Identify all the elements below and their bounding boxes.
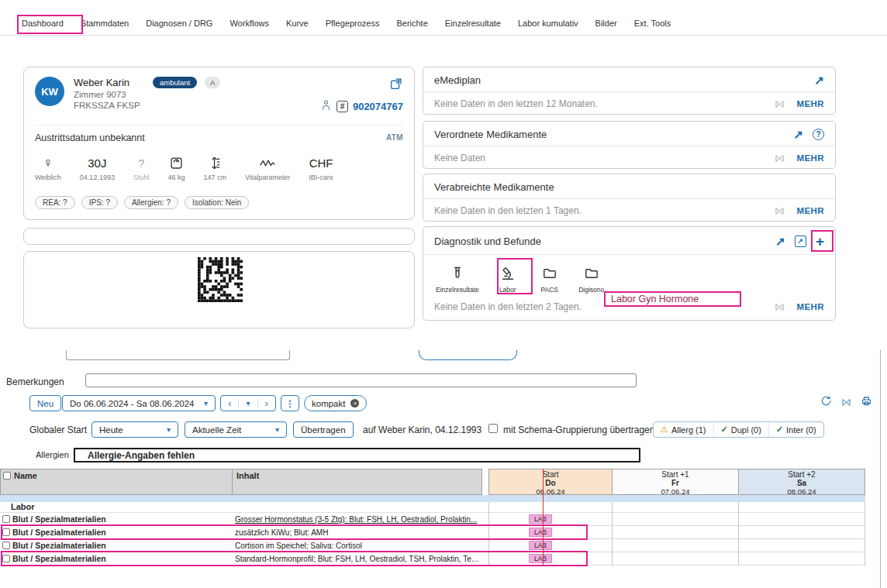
shortcut-pacs[interactable]: PACS — [537, 266, 563, 294]
more-options-kebab-button[interactable]: ⋮ — [281, 395, 299, 411]
schema-gruppierung-checkbox[interactable] — [488, 424, 498, 433]
tab-einzelresultate[interactable]: Einzelresultate — [445, 19, 501, 34]
row-checkbox[interactable] — [2, 542, 10, 549]
person-icon — [320, 99, 332, 114]
tab-workflows[interactable]: Workflows — [230, 19, 269, 34]
jump-select-button[interactable]: ▾ — [246, 399, 250, 407]
patient-class-badge: A — [205, 77, 220, 88]
vitals-wave-icon — [259, 154, 276, 171]
time-select-value: Aktuelle Zeit — [192, 425, 241, 435]
collapse-icon[interactable] — [775, 99, 785, 109]
refresh-icon[interactable] — [820, 395, 832, 409]
order-row-2[interactable]: Blut / Spezialmaterialien zusätzlich KiW… — [0, 526, 865, 539]
order-row-4[interactable]: Blut / Spezialmaterialien Standard-Hormo… — [0, 552, 865, 566]
row-checkbox[interactable] — [2, 528, 10, 536]
next-day-button[interactable]: › — [265, 397, 268, 409]
shortcut-label: Labor — [499, 286, 516, 294]
start-select[interactable]: Heute ▾ — [91, 421, 178, 438]
vitalparameter-tile[interactable]: Vitalparameter — [245, 154, 290, 181]
row-name: Blut / Spezialmaterialien — [12, 554, 106, 563]
patient-avatar: KW — [35, 77, 64, 106]
shortcut-labor[interactable]: Labor — [495, 266, 521, 294]
shortcut-digisono[interactable]: Digisono — [578, 266, 605, 294]
atm-button[interactable]: ATM — [386, 133, 403, 142]
kompakt-label: kompakt — [312, 399, 345, 408]
collapse-icon[interactable] — [775, 206, 785, 216]
collapse-icon[interactable] — [775, 153, 785, 163]
column-divider — [865, 502, 865, 566]
row-checkbox[interactable] — [2, 515, 10, 523]
print-icon[interactable] — [861, 395, 872, 409]
row-checkbox[interactable] — [2, 555, 10, 562]
tab-diagnosen-drg[interactable]: Diagnosen / DRG — [146, 19, 212, 34]
open-verordnete-icon[interactable]: ↗ — [793, 129, 803, 140]
tab-dashboard[interactable]: Dashboard — [22, 19, 64, 34]
tab-ext-tools[interactable]: Ext. Tools — [634, 19, 671, 34]
kompakt-chip[interactable]: kompakt × — [304, 395, 367, 411]
open-emediplan-icon[interactable]: ↗ — [814, 74, 824, 86]
stuhl-value: ? — [138, 154, 144, 171]
table-header-day-2: Start +2 Sa 08.06.24 — [738, 469, 865, 495]
tab-berichte[interactable]: Berichte — [396, 19, 427, 34]
tab-kurve[interactable]: Kurve — [286, 19, 309, 34]
order-row-1[interactable]: Blut / Spezialmaterialien Grosser Hormon… — [0, 513, 865, 526]
divider — [238, 399, 239, 408]
remove-filter-icon[interactable]: × — [350, 399, 359, 407]
tab-pflegeprozess[interactable]: Pflegeprozess — [326, 19, 380, 34]
open-in-window-icon[interactable]: ↗ — [795, 236, 806, 247]
allergy-badge[interactable]: ⚠ Allerg (1) — [654, 422, 713, 437]
status-badge-ambulant: ambulant — [153, 77, 197, 88]
time-select[interactable]: Aktuelle Zeit ▾ — [185, 421, 287, 438]
verabreichte-mehr-button[interactable]: MEHR — [797, 206, 824, 215]
row-inhalt: Cortison im Speichel; Saliva: Cortisol — [235, 542, 481, 550]
datamatrix-barcode — [198, 257, 243, 302]
collapse-icon[interactable] — [841, 397, 851, 407]
isolation-flag: Isolation: Nein — [185, 196, 249, 209]
case-number-icon: # — [337, 101, 348, 112]
panel-verabreichte-medikamente: Verabreichte Medikamente Keine Daten in … — [423, 174, 836, 222]
date-range-select[interactable]: Do 06.06.2024 - Sa 08.06.2024 ▾ — [62, 395, 216, 411]
lab-chip: LAB — [529, 541, 552, 550]
main-nav: Dashboard Stammdaten Diagnosen / DRG Wor… — [22, 19, 671, 34]
verordnete-mehr-button[interactable]: MEHR — [797, 153, 824, 163]
case-number[interactable]: 902074767 — [353, 101, 403, 112]
add-diagnostik-icon[interactable]: + — [816, 234, 824, 249]
warning-icon: ⚠ — [661, 425, 668, 435]
cutoff-input[interactable] — [66, 350, 290, 360]
cutoff-button[interactable] — [419, 350, 517, 360]
open-diagnostik-icon[interactable]: ↗ — [775, 236, 785, 247]
barcode-panel — [23, 251, 415, 328]
patient-names: Weber Karin ambulant A Zimmer 9073 FRKSS… — [74, 77, 220, 125]
interaction-badge[interactable]: ✓ Inter (0) — [768, 422, 823, 437]
emediplan-mehr-button[interactable]: MEHR — [797, 99, 824, 108]
lab-chip: LAB — [529, 528, 552, 537]
schema-gruppierung-label: mit Schema-Gruppierung übertragen — [503, 425, 654, 435]
ibicare-tile[interactable]: CHF IBI-care — [309, 154, 333, 181]
neu-button[interactable]: Neu — [29, 395, 61, 411]
prev-day-button[interactable]: ‹ — [228, 397, 231, 409]
allergien-tab[interactable]: Allergien — [36, 450, 69, 459]
select-all-checkbox[interactable] — [3, 472, 11, 480]
shortcut-label: Einzelresultate — [436, 286, 479, 294]
duplicate-badge[interactable]: ✓ Dupl (0) — [713, 422, 768, 437]
tab-labor-kumulativ[interactable]: Labor kumulativ — [518, 19, 578, 34]
collapse-icon[interactable] — [775, 302, 785, 312]
uebertragen-button[interactable]: Übertragen — [293, 421, 354, 438]
row-inhalt: Grosser Hormonstatus (3-5 Ztg): Blut: FS… — [235, 515, 481, 524]
allergy-warning-box: Allergie-Angaben fehlen — [74, 448, 640, 462]
help-icon[interactable]: ? — [813, 129, 824, 140]
open-patient-external-icon[interactable] — [389, 77, 403, 94]
diagnostik-mehr-button[interactable]: MEHR — [797, 302, 824, 311]
date-step-group: ‹ ▾ › — [220, 395, 276, 411]
bemerkungen-input[interactable] — [85, 373, 637, 387]
row-name: Blut / Spezialmaterialien — [12, 528, 106, 537]
tab-stammdaten[interactable]: Stammdaten — [81, 19, 129, 34]
stuhl-tile: ? Stuhl — [133, 154, 150, 181]
shortcut-einzelresultate[interactable]: Einzelresultate — [436, 266, 479, 294]
tab-bilder[interactable]: Bilder — [595, 19, 617, 34]
name-header-label: Name — [14, 471, 37, 480]
ibicare-label: IBI-care — [309, 174, 333, 181]
order-row-3[interactable]: Blut / Spezialmaterialien Cortison im Sp… — [0, 539, 865, 552]
discharge-row: Austrittsdatum unbekannt ATM — [35, 125, 403, 150]
panel-title-verordnete: Verordnete Medikamente — [434, 129, 547, 140]
